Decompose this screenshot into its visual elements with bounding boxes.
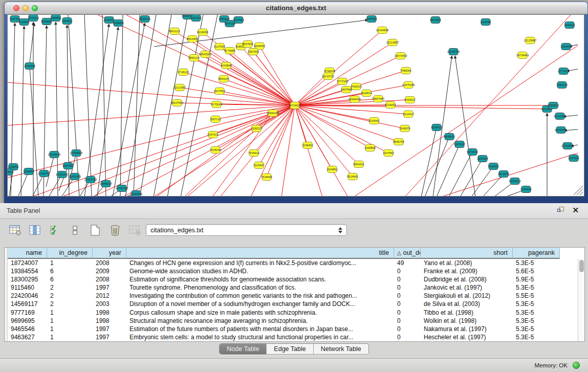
table-cell[interactable]: 18300295 bbox=[8, 275, 47, 283]
table-cell[interactable]: 0 bbox=[394, 325, 421, 333]
table-cell[interactable]: Structural magnetic resonance image aver… bbox=[126, 317, 394, 325]
graph-edge-red[interactable] bbox=[126, 15, 295, 105]
graph-edge-red[interactable] bbox=[295, 105, 322, 196]
table-cell[interactable]: 2003 bbox=[93, 300, 126, 308]
graph-edge-black[interactable] bbox=[30, 23, 34, 63]
graph-node[interactable]: 12975185 bbox=[402, 82, 415, 89]
graph-node[interactable]: 18107554 bbox=[171, 100, 183, 106]
graph-node[interactable]: 1107533 bbox=[568, 155, 579, 162]
graph-node[interactable]: 4170049 bbox=[211, 101, 222, 108]
graph-node[interactable]: 7462616 bbox=[351, 83, 361, 90]
graph-node[interactable]: 9097587 bbox=[62, 163, 73, 169]
graph-node[interactable]: 8695794 bbox=[393, 139, 404, 145]
graph-node[interactable]: 8813054 bbox=[430, 17, 441, 24]
show-columns-icon[interactable] bbox=[48, 223, 62, 237]
graph-node[interactable]: 11342757 bbox=[38, 170, 50, 177]
graph-edge-red[interactable] bbox=[295, 105, 399, 142]
select-column-icon[interactable] bbox=[28, 223, 42, 237]
table-cell[interactable]: 1 bbox=[47, 333, 93, 341]
delete-table-icon[interactable] bbox=[128, 223, 142, 237]
table-settings-icon[interactable] bbox=[8, 223, 23, 237]
graph-node[interactable]: 9514942 bbox=[347, 173, 358, 180]
table-cell[interactable]: 0 bbox=[394, 333, 421, 341]
table-row[interactable]: 1830029562008Estimation of significance … bbox=[8, 275, 578, 283]
column-header-in_degree[interactable]: in_degree bbox=[47, 248, 93, 259]
table-cell[interactable]: 1998 bbox=[93, 317, 126, 325]
table-cell[interactable]: Corpus callosum shape and size in male p… bbox=[126, 309, 394, 317]
table-cell[interactable]: 0 bbox=[394, 267, 421, 275]
graph-node[interactable]: 1959851 bbox=[50, 15, 61, 21]
graph-node[interactable]: 10973493 bbox=[395, 53, 407, 59]
graph-node[interactable]: 7525414 bbox=[248, 150, 259, 157]
graph-node[interactable]: 1604851 bbox=[326, 166, 337, 173]
table-row[interactable]: 911546021997Tourette syndrome. Phenomeno… bbox=[8, 283, 578, 292]
graph-node[interactable]: 16210721 bbox=[322, 73, 334, 80]
table-cell[interactable]: 1 bbox=[47, 317, 93, 325]
table-cell[interactable]: 5.3E-5 bbox=[513, 325, 560, 333]
graph-node[interactable]: 2270514 bbox=[28, 15, 38, 21]
graph-node[interactable]: 1930217 bbox=[251, 125, 262, 132]
graph-edge-black[interactable] bbox=[84, 15, 92, 196]
window-title-bar[interactable]: citations_edges.txt bbox=[5, 2, 587, 14]
table-cell[interactable]: Wolkin et al. (1998) bbox=[421, 317, 513, 325]
tab-network-table[interactable]: Network Table bbox=[314, 344, 368, 354]
table-cell[interactable]: 5.3E-5 bbox=[513, 283, 560, 292]
table-cell[interactable]: Franke et al. (2009) bbox=[421, 267, 513, 275]
graph-node[interactable]: 20206536 bbox=[48, 151, 60, 158]
graph-node[interactable]: 18300295 bbox=[267, 110, 279, 117]
table-cell[interactable]: 9463627 bbox=[8, 333, 47, 341]
graph-edge-black[interactable] bbox=[30, 66, 38, 196]
graph-node[interactable]: 2935114 bbox=[477, 156, 488, 162]
graph-node[interactable]: 7932621 bbox=[488, 163, 498, 170]
resize-grip[interactable] bbox=[574, 186, 583, 195]
graph-edge-black[interactable] bbox=[56, 22, 58, 196]
graph-edge-red[interactable] bbox=[295, 105, 374, 121]
graph-node[interactable]: 7485063 bbox=[400, 68, 411, 74]
graph-node[interactable]: 9890124 bbox=[188, 55, 199, 61]
graph-edge-black[interactable] bbox=[102, 15, 106, 196]
table-cell[interactable]: 0 bbox=[394, 292, 421, 300]
table-cell[interactable]: 5.3E-5 bbox=[513, 333, 560, 341]
graph-node[interactable]: 17016504 bbox=[561, 143, 574, 149]
graph-node[interactable]: 1915447 bbox=[253, 162, 264, 169]
graph-node[interactable]: 7957224 bbox=[224, 20, 235, 27]
graph-node[interactable]: 2087682 bbox=[366, 16, 377, 23]
graph-node[interactable]: 15692951 bbox=[555, 127, 567, 134]
graph-edge-red[interactable] bbox=[224, 79, 295, 105]
tab-node-table[interactable]: Node Table bbox=[220, 344, 267, 354]
table-cell[interactable]: Jankovic et al. (1997) bbox=[421, 283, 513, 292]
table-cell[interactable]: Genome-wide association studies in ADHD. bbox=[126, 267, 394, 275]
network-canvas[interactable]: 1197311911546022705149699695195985114569… bbox=[7, 14, 584, 196]
graph-node[interactable]: 1456911 bbox=[61, 18, 72, 25]
graph-node[interactable]: 19734943 bbox=[516, 52, 529, 59]
graph-node[interactable]: 8912954 bbox=[187, 36, 198, 42]
vertical-scrollbar[interactable] bbox=[578, 259, 584, 341]
table-cell[interactable]: 9777169 bbox=[8, 309, 47, 317]
table-cell[interactable]: 2008 bbox=[93, 259, 126, 267]
graph-edge-black[interactable] bbox=[154, 15, 188, 196]
graph-node[interactable]: 8226058 bbox=[197, 29, 208, 36]
graph-node[interactable]: 20364436 bbox=[349, 96, 361, 103]
graph-node[interactable]: 7525244 bbox=[210, 147, 221, 154]
table-cell[interactable]: 1997 bbox=[93, 333, 126, 341]
graph-node[interactable]: 1549311 bbox=[564, 22, 575, 29]
table-cell[interactable]: Embryonic stem cells: a model to study s… bbox=[126, 333, 394, 341]
table-cell[interactable]: Investigating the contribution of common… bbox=[126, 292, 394, 300]
table-cell[interactable]: Stergiakouli et al. (2012) bbox=[421, 292, 513, 300]
graph-node[interactable]: 8471676 bbox=[498, 171, 509, 178]
table-cell[interactable]: Tourette syndrome. Phenomenology and cla… bbox=[126, 283, 394, 292]
graph-node[interactable]: 10807487 bbox=[372, 96, 384, 102]
graph-edge-black[interactable] bbox=[425, 137, 449, 196]
graph-node[interactable]: 1007312 bbox=[190, 15, 201, 21]
graph-edge-black[interactable] bbox=[449, 152, 472, 196]
table-cell[interactable]: 1997 bbox=[93, 283, 126, 292]
graph-node[interactable]: 1549375 bbox=[399, 125, 410, 132]
graph-node[interactable]: 9127509 bbox=[214, 43, 225, 50]
graph-node[interactable]: 1115480 bbox=[481, 19, 491, 26]
graph-node[interactable]: 10543392 bbox=[199, 51, 211, 58]
graph-node[interactable]: 2718120 bbox=[178, 69, 188, 76]
column-header-out_de[interactable]: △out_de... bbox=[394, 248, 421, 259]
graph-edge-black[interactable] bbox=[455, 56, 475, 196]
table-selector-dropdown[interactable]: citations_edges.txt bbox=[146, 224, 347, 236]
table-cell[interactable]: 2 bbox=[47, 292, 93, 300]
